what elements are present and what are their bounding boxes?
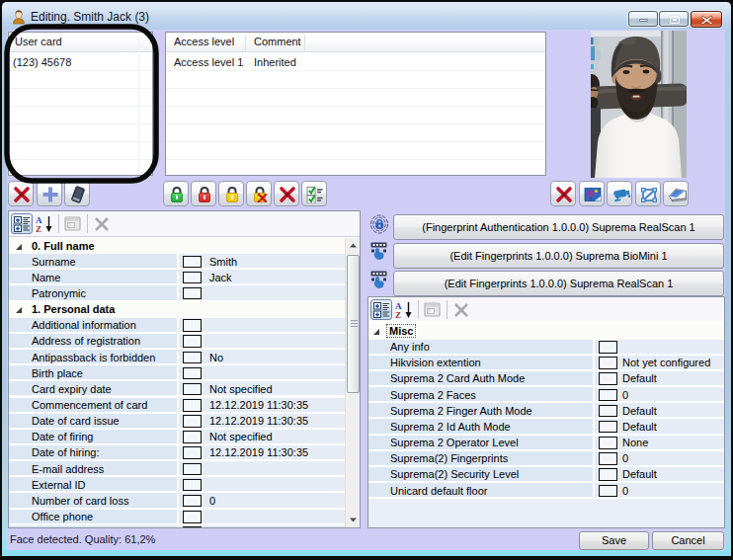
- svg-text:Z: Z: [36, 224, 41, 233]
- svg-text:Z: Z: [395, 310, 401, 319]
